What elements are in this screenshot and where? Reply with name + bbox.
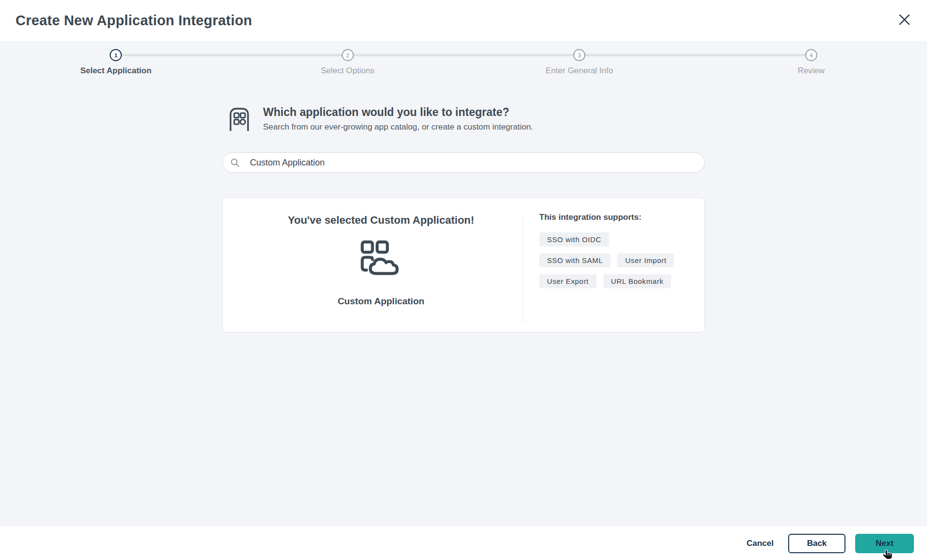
- step-label: Review: [797, 66, 825, 76]
- custom-app-cloud-icon: [360, 240, 402, 279]
- stepper-step-enter-general-info: 3 Enter General Info: [464, 49, 695, 76]
- supports-title: This integration supports:: [539, 213, 695, 222]
- step-label: Enter General Info: [546, 66, 613, 76]
- stepper-step-select-application: 1 Select Application: [0, 49, 232, 76]
- dialog-footer: Cancel Back Next: [0, 527, 927, 560]
- search-icon: [231, 158, 240, 169]
- dialog-header: Create New Application Integration: [0, 0, 927, 41]
- app-search-input[interactable]: [222, 152, 705, 173]
- capability-tag: SSO with OIDC: [539, 232, 609, 247]
- app-search: [222, 152, 705, 173]
- integration-supports-panel: This integration supports: SSO with OIDC…: [523, 198, 704, 332]
- wizard-stepper: 1 Select Application 2 Select Options 3 …: [0, 41, 927, 80]
- step-circle: 2: [342, 49, 354, 61]
- selected-app-card: You've selected Custom Application! Cust…: [222, 198, 705, 332]
- step-circle: 3: [573, 49, 585, 61]
- page-subtitle: Search from our ever-growing app catalog…: [263, 122, 533, 132]
- cancel-button[interactable]: Cancel: [746, 539, 774, 548]
- stepper-step-review: 4 Review: [695, 49, 927, 76]
- close-icon: [898, 13, 911, 28]
- page-heading-row: Which application would you like to inte…: [222, 106, 705, 133]
- back-button[interactable]: Back: [788, 534, 845, 553]
- dialog-title: Create New Application Integration: [16, 13, 252, 29]
- capability-tag: User Import: [617, 253, 674, 267]
- wizard-body: 1 Select Application 2 Select Options 3 …: [0, 41, 927, 527]
- capability-tag: URL Bookmark: [603, 274, 671, 288]
- step-label: Select Application: [80, 66, 151, 76]
- app-catalog-icon: [229, 107, 250, 133]
- stepper-step-select-options: 2 Select Options: [232, 49, 464, 76]
- capability-tag: SSO with SAML: [539, 253, 611, 267]
- step-label: Select Options: [321, 66, 375, 76]
- page-title: Which application would you like to inte…: [263, 106, 533, 119]
- capability-tag: User Export: [539, 274, 596, 288]
- close-button[interactable]: [896, 12, 912, 29]
- step-circle: 1: [110, 49, 122, 61]
- next-button[interactable]: Next: [855, 534, 914, 553]
- step-circle: 4: [805, 49, 817, 61]
- selected-app-summary: You've selected Custom Application! Cust…: [223, 198, 523, 332]
- selected-app-title: You've selected Custom Application!: [288, 214, 474, 227]
- selected-app-name: Custom Application: [338, 296, 425, 307]
